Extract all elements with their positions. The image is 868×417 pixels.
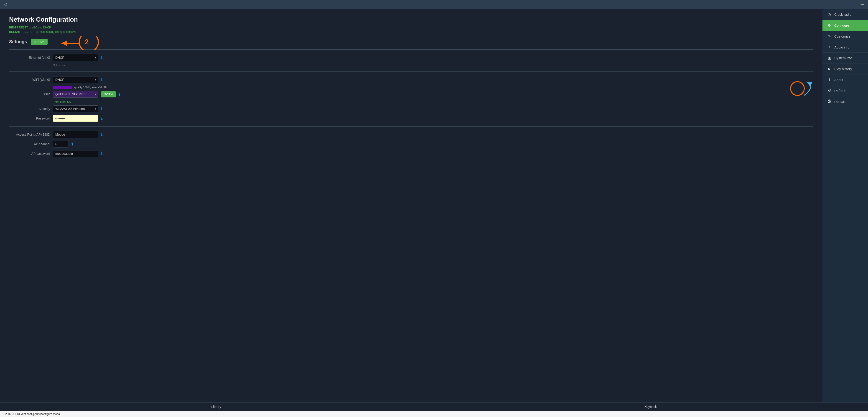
sidebar-label-configure: Configure <box>834 24 849 27</box>
ap-password-input[interactable] <box>53 150 98 157</box>
password-row: Password ℹ <box>9 115 813 122</box>
settings-label: Settings <box>9 39 27 44</box>
svg-text:2: 2 <box>85 38 89 46</box>
enter-other-ssid-link[interactable]: Enter other SSID <box>53 100 73 103</box>
ap-password-info-icon[interactable]: ℹ <box>101 152 102 156</box>
ap-ssid-label: Access Point (AP) SSID <box>9 133 50 136</box>
enter-other-ssid: Enter other SSID <box>53 100 813 103</box>
ethernet-section: Ethernet (eth0) DHCP Static ▼ ℹ Not in u… <box>9 54 813 67</box>
wifi-row: WiFi (wlan0) DHCP Static ▼ ℹ <box>9 76 813 83</box>
sidebar-label-refresh: Refresh <box>834 89 846 93</box>
topbar-left: ◁ <box>4 2 7 7</box>
sidebar-item-play-history[interactable]: ▶ Play history <box>823 64 868 74</box>
ap-password-label: AP password <box>9 152 50 156</box>
wifi-status: 192.168.1.133 , quality 100%, level -34 … <box>53 86 813 89</box>
ssid-select-wrapper[interactable]: QUEEN_2_SECRET ▼ <box>53 91 98 98</box>
about-icon: ℹ <box>827 77 832 82</box>
password-input[interactable] <box>53 115 98 122</box>
ethernet-select[interactable]: DHCP Static <box>53 54 98 61</box>
reset-keyword: RESET <box>9 26 18 29</box>
wifi-info-icon[interactable]: ℹ <box>101 77 102 82</box>
sidebar-item-system-info[interactable]: ▣ System info <box>823 53 868 64</box>
restart-icon: ⏻ <box>827 99 832 103</box>
ssid-area: SSID QUEEN_2_SECRET ▼ SCAN ℹ <box>9 91 813 98</box>
ssid-select[interactable]: QUEEN_2_SECRET <box>53 91 98 98</box>
wifi-select-wrapper[interactable]: DHCP Static ▼ <box>53 76 98 83</box>
sidebar-label-clock-radio: Clock radio <box>834 12 851 17</box>
reset-line2-text: RESTART to make setting changes effectiv… <box>23 30 76 33</box>
sidebar-label-audio-info: Audio info <box>834 45 849 49</box>
page-title: Network Configuration <box>9 16 813 23</box>
reset-line1-text: RESET to eth0 and DHCP <box>19 26 51 29</box>
wifi-section: WiFi (wlan0) DHCP Static ▼ ℹ 192.168.1.1… <box>9 76 813 122</box>
ap-channel-label: AP channel <box>9 142 50 146</box>
clock-radio-icon: ◷ <box>827 12 832 17</box>
sidebar-label-about: About <box>834 78 843 82</box>
sidebar-item-restart[interactable]: ⏻ Restart <box>823 96 868 107</box>
bottom-bar-library[interactable]: Library <box>207 405 226 409</box>
security-select-wrapper[interactable]: WPA/WPA2 Personal WEP None ▼ <box>53 105 98 112</box>
ap-ssid-input[interactable] <box>53 131 98 138</box>
ethernet-divider <box>9 71 813 72</box>
ethernet-info-icon[interactable]: ℹ <box>101 56 102 60</box>
security-row: Security WPA/WPA2 Personal WEP None ▼ ℹ <box>9 105 813 112</box>
ethernet-select-wrapper[interactable]: DHCP Static ▼ <box>53 54 98 61</box>
configure-icon: ⚙ <box>827 23 832 28</box>
ssid-info-icon[interactable]: ℹ <box>119 92 120 97</box>
wifi-quality-text: , quality 100%, level -34 dBm <box>73 86 108 89</box>
sidebar-label-play-history: Play history <box>834 67 852 71</box>
sidebar-item-configure[interactable]: ⚙ Configure <box>823 20 868 31</box>
sidebar-label-restart: Restart <box>834 100 845 103</box>
svg-point-0 <box>79 36 98 50</box>
ap-channel-input[interactable] <box>53 141 69 148</box>
play-history-icon: ▶ <box>827 67 832 71</box>
scan-button[interactable]: SCAN <box>101 91 116 97</box>
topbar: ◁ ☰ <box>0 0 868 9</box>
bottom-bar: Library Playback <box>0 403 868 411</box>
ethernet-row: Ethernet (eth0) DHCP Static ▼ ℹ <box>9 54 813 61</box>
refresh-icon: ↺ <box>827 89 832 93</box>
bottom-bar-playback[interactable]: Playback <box>639 405 661 409</box>
sidebar-item-refresh[interactable]: ↺ Refresh <box>823 85 868 96</box>
ethernet-status: Not in use <box>53 64 813 67</box>
restart-keyword: RESTART <box>9 30 22 33</box>
apply-button[interactable]: APPLY <box>31 39 48 45</box>
sidebar-item-about[interactable]: ℹ About <box>823 74 868 85</box>
sidebar-item-clock-radio[interactable]: ◷ Clock radio <box>823 9 868 20</box>
sidebar-item-audio-info[interactable]: ♪ Audio info <box>823 42 868 53</box>
sidebar: ◷ Clock radio ⚙ Configure ✎ Customize ♪ … <box>823 9 868 403</box>
system-info-icon: ▣ <box>827 56 832 60</box>
wifi-divider <box>9 126 813 127</box>
url-text: 192.168.11.133/net-config.php#configure-… <box>2 412 61 416</box>
ap-channel-info-icon[interactable]: ℹ <box>71 142 73 147</box>
sidebar-label-system-info: System info <box>834 56 852 60</box>
annotation-arrow: 2 <box>50 36 100 50</box>
hamburger-icon[interactable]: ☰ <box>860 2 864 7</box>
password-label: Password <box>9 117 50 120</box>
security-info-icon[interactable]: ℹ <box>101 107 102 111</box>
access-point-section: Access Point (AP) SSID ℹ AP channel ℹ AP… <box>9 131 813 157</box>
url-bar: 192.168.11.133/net-config.php#configure-… <box>0 411 868 417</box>
ap-channel-row: AP channel ℹ <box>9 141 813 148</box>
ap-ssid-info-icon[interactable]: ℹ <box>101 132 102 137</box>
content-area: Network Configuration RESET RESET to eth… <box>0 9 823 403</box>
ssid-label: SSID <box>9 92 50 96</box>
sidebar-label-customize: Customize <box>834 34 850 38</box>
sidebar-item-customize[interactable]: ✎ Customize <box>823 31 868 42</box>
customize-icon: ✎ <box>827 34 832 38</box>
ap-ssid-row: Access Point (AP) SSID ℹ <box>9 131 813 138</box>
settings-header: Settings APPLY 2 <box>9 39 813 45</box>
settings-header-area: Settings APPLY 2 <box>9 39 813 45</box>
main-layout: Network Configuration RESET RESET to eth… <box>0 9 868 403</box>
wifi-ip-blurred: 192.168.1.133 <box>53 86 72 89</box>
audio-info-icon: ♪ <box>827 45 832 49</box>
ssid-row: SSID QUEEN_2_SECRET ▼ SCAN ℹ <box>9 91 813 98</box>
ap-password-row: AP password ℹ <box>9 150 813 157</box>
security-select[interactable]: WPA/WPA2 Personal WEP None <box>53 105 98 112</box>
reset-info: RESET RESET to eth0 and DHCP RESTART RES… <box>9 26 813 34</box>
security-label: Security <box>9 107 50 110</box>
ethernet-label: Ethernet (eth0) <box>9 56 50 59</box>
password-info-icon[interactable]: ℹ <box>101 116 102 121</box>
wifi-select[interactable]: DHCP Static <box>53 76 98 83</box>
back-icon[interactable]: ◁ <box>4 2 7 7</box>
